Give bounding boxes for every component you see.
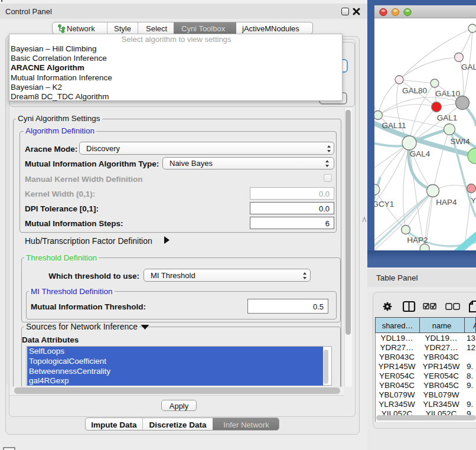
svg-text:GAL11: GAL11 <box>382 121 406 130</box>
svg-text:GAL1: GAL1 <box>437 113 458 122</box>
svg-text:GCY1: GCY1 <box>374 200 394 208</box>
svg-text:HAP4: HAP4 <box>436 198 457 207</box>
svg-text:GAL10: GAL10 <box>435 89 460 98</box>
svg-text:GAL4: GAL4 <box>410 149 431 158</box>
svg-text:Y: Y <box>471 196 476 205</box>
svg-text:GAL80: GAL80 <box>402 86 427 95</box>
svg-text:GAL: GAL <box>461 63 476 71</box>
svg-text:SWI4: SWI4 <box>450 137 470 146</box>
svg-text:HAP2: HAP2 <box>407 236 428 244</box>
